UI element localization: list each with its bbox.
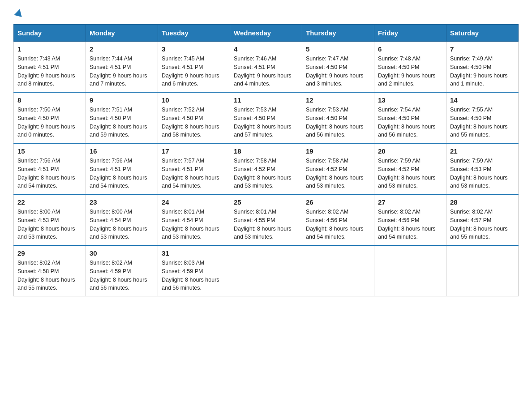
day-info: Sunrise: 7:52 AMSunset: 4:50 PMDaylight:… [162, 106, 226, 139]
calendar-cell: 6 Sunrise: 7:48 AMSunset: 4:50 PMDayligh… [374, 42, 446, 93]
day-number: 24 [162, 198, 226, 206]
day-info: Sunrise: 7:49 AMSunset: 4:50 PMDaylight:… [450, 55, 515, 88]
day-number: 16 [90, 147, 154, 155]
day-info: Sunrise: 7:56 AMSunset: 4:51 PMDaylight:… [90, 157, 154, 190]
calendar-cell: 7 Sunrise: 7:49 AMSunset: 4:50 PMDayligh… [446, 42, 519, 93]
day-number: 7 [450, 45, 515, 53]
day-info: Sunrise: 8:01 AMSunset: 4:55 PMDaylight:… [234, 208, 298, 241]
day-number: 19 [306, 147, 370, 155]
calendar-cell: 21 Sunrise: 7:59 AMSunset: 4:53 PMDaylig… [446, 143, 519, 194]
day-info: Sunrise: 8:02 AMSunset: 4:56 PMDaylight:… [378, 208, 442, 241]
day-info: Sunrise: 8:01 AMSunset: 4:54 PMDaylight:… [162, 208, 226, 241]
day-info: Sunrise: 7:56 AMSunset: 4:51 PMDaylight:… [17, 157, 82, 190]
calendar-cell [446, 245, 519, 296]
column-header-thursday: Thursday [302, 25, 374, 42]
day-info: Sunrise: 7:53 AMSunset: 4:50 PMDaylight:… [306, 106, 370, 139]
day-number: 15 [17, 147, 82, 155]
calendar-cell [302, 245, 374, 296]
calendar-cell: 9 Sunrise: 7:51 AMSunset: 4:50 PMDayligh… [86, 92, 158, 143]
calendar-cell: 26 Sunrise: 8:02 AMSunset: 4:56 PMDaylig… [302, 194, 374, 245]
calendar-cell: 15 Sunrise: 7:56 AMSunset: 4:51 PMDaylig… [14, 143, 86, 194]
column-header-monday: Monday [86, 25, 158, 42]
calendar-cell: 28 Sunrise: 8:02 AMSunset: 4:57 PMDaylig… [446, 194, 519, 245]
day-number: 23 [90, 198, 154, 206]
day-number: 4 [234, 45, 298, 53]
day-info: Sunrise: 8:02 AMSunset: 4:57 PMDaylight:… [450, 208, 515, 241]
calendar-cell: 23 Sunrise: 8:00 AMSunset: 4:54 PMDaylig… [86, 194, 158, 245]
calendar-cell: 10 Sunrise: 7:52 AMSunset: 4:50 PMDaylig… [158, 92, 230, 143]
calendar-cell: 14 Sunrise: 7:55 AMSunset: 4:50 PMDaylig… [446, 92, 519, 143]
day-number: 26 [306, 198, 370, 206]
day-number: 9 [90, 96, 154, 104]
calendar-cell: 31 Sunrise: 8:03 AMSunset: 4:59 PMDaylig… [158, 245, 230, 296]
day-info: Sunrise: 7:59 AMSunset: 4:52 PMDaylight:… [378, 157, 442, 190]
calendar-cell: 22 Sunrise: 8:00 AMSunset: 4:53 PMDaylig… [14, 194, 86, 245]
calendar-cell: 12 Sunrise: 7:53 AMSunset: 4:50 PMDaylig… [302, 92, 374, 143]
day-number: 21 [450, 147, 515, 155]
day-number: 29 [17, 249, 82, 257]
calendar-cell: 5 Sunrise: 7:47 AMSunset: 4:50 PMDayligh… [302, 42, 374, 93]
day-number: 20 [378, 147, 442, 155]
day-info: Sunrise: 8:02 AMSunset: 4:59 PMDaylight:… [90, 259, 154, 292]
day-number: 28 [450, 198, 515, 206]
calendar-cell: 25 Sunrise: 8:01 AMSunset: 4:55 PMDaylig… [230, 194, 302, 245]
day-info: Sunrise: 7:57 AMSunset: 4:51 PMDaylight:… [162, 157, 226, 190]
calendar-cell: 13 Sunrise: 7:54 AMSunset: 4:50 PMDaylig… [374, 92, 446, 143]
calendar-cell: 29 Sunrise: 8:02 AMSunset: 4:58 PMDaylig… [14, 245, 86, 296]
calendar-cell: 11 Sunrise: 7:53 AMSunset: 4:50 PMDaylig… [230, 92, 302, 143]
column-header-sunday: Sunday [14, 25, 86, 42]
calendar-cell: 24 Sunrise: 8:01 AMSunset: 4:54 PMDaylig… [158, 194, 230, 245]
day-number: 18 [234, 147, 298, 155]
day-info: Sunrise: 7:55 AMSunset: 4:50 PMDaylight:… [450, 106, 515, 139]
day-number: 2 [90, 45, 154, 53]
day-info: Sunrise: 7:58 AMSunset: 4:52 PMDaylight:… [234, 157, 298, 190]
calendar-cell: 3 Sunrise: 7:45 AMSunset: 4:51 PMDayligh… [158, 42, 230, 93]
logo-triangle-icon [14, 8, 24, 17]
day-info: Sunrise: 8:00 AMSunset: 4:53 PMDaylight:… [17, 208, 82, 241]
day-number: 31 [162, 249, 226, 257]
calendar-cell: 18 Sunrise: 7:58 AMSunset: 4:52 PMDaylig… [230, 143, 302, 194]
day-number: 1 [17, 45, 82, 53]
day-number: 6 [378, 45, 442, 53]
page-header [13, 9, 519, 15]
calendar-table: SundayMondayTuesdayWednesdayThursdayFrid… [13, 24, 519, 296]
column-header-friday: Friday [374, 25, 446, 42]
calendar-cell: 17 Sunrise: 7:57 AMSunset: 4:51 PMDaylig… [158, 143, 230, 194]
column-header-saturday: Saturday [446, 25, 519, 42]
day-number: 13 [378, 96, 442, 104]
calendar-cell: 19 Sunrise: 7:58 AMSunset: 4:52 PMDaylig… [302, 143, 374, 194]
day-info: Sunrise: 7:48 AMSunset: 4:50 PMDaylight:… [378, 55, 442, 88]
day-number: 12 [306, 96, 370, 104]
day-info: Sunrise: 8:02 AMSunset: 4:58 PMDaylight:… [17, 259, 82, 292]
day-info: Sunrise: 8:00 AMSunset: 4:54 PMDaylight:… [90, 208, 154, 241]
day-info: Sunrise: 7:45 AMSunset: 4:51 PMDaylight:… [162, 55, 226, 88]
day-number: 8 [17, 96, 82, 104]
calendar-cell: 30 Sunrise: 8:02 AMSunset: 4:59 PMDaylig… [86, 245, 158, 296]
day-number: 25 [234, 198, 298, 206]
calendar-cell [374, 245, 446, 296]
calendar-cell [230, 245, 302, 296]
day-number: 5 [306, 45, 370, 53]
day-number: 14 [450, 96, 515, 104]
day-number: 11 [234, 96, 298, 104]
day-info: Sunrise: 7:51 AMSunset: 4:50 PMDaylight:… [90, 106, 154, 139]
day-info: Sunrise: 7:58 AMSunset: 4:52 PMDaylight:… [306, 157, 370, 190]
day-info: Sunrise: 7:50 AMSunset: 4:50 PMDaylight:… [17, 106, 82, 139]
day-info: Sunrise: 7:47 AMSunset: 4:50 PMDaylight:… [306, 55, 370, 88]
calendar-cell: 1 Sunrise: 7:43 AMSunset: 4:51 PMDayligh… [14, 42, 86, 93]
day-info: Sunrise: 7:53 AMSunset: 4:50 PMDaylight:… [234, 106, 298, 139]
calendar-cell: 8 Sunrise: 7:50 AMSunset: 4:50 PMDayligh… [14, 92, 86, 143]
day-info: Sunrise: 7:59 AMSunset: 4:53 PMDaylight:… [450, 157, 515, 190]
day-info: Sunrise: 7:46 AMSunset: 4:51 PMDaylight:… [234, 55, 298, 88]
day-number: 30 [90, 249, 154, 257]
column-header-wednesday: Wednesday [230, 25, 302, 42]
logo [13, 9, 23, 15]
day-info: Sunrise: 7:43 AMSunset: 4:51 PMDaylight:… [17, 55, 82, 88]
day-number: 3 [162, 45, 226, 53]
day-info: Sunrise: 7:54 AMSunset: 4:50 PMDaylight:… [378, 106, 442, 139]
day-number: 22 [17, 198, 82, 206]
day-number: 17 [162, 147, 226, 155]
day-info: Sunrise: 8:03 AMSunset: 4:59 PMDaylight:… [162, 259, 226, 292]
calendar-cell: 27 Sunrise: 8:02 AMSunset: 4:56 PMDaylig… [374, 194, 446, 245]
day-number: 10 [162, 96, 226, 104]
